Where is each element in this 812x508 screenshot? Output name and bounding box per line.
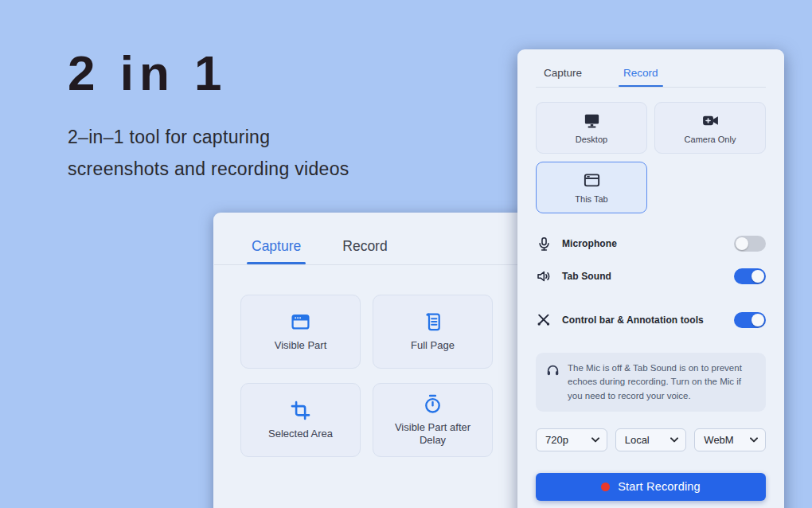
save-location-select[interactable]: Local bbox=[615, 428, 687, 451]
microphone-toggle[interactable] bbox=[734, 236, 766, 252]
tabs-divider bbox=[214, 264, 541, 265]
control-bar-annotation-toggle[interactable] bbox=[734, 312, 766, 328]
crop-icon bbox=[290, 400, 311, 421]
note-text: The Mic is off & Tab Sound is on to prev… bbox=[568, 361, 756, 403]
format-select[interactable]: WebM bbox=[694, 428, 766, 451]
tab-icon bbox=[583, 171, 601, 190]
visible-part-label: Visible Part bbox=[267, 339, 335, 352]
record-panel-tabs: Capture Record bbox=[536, 49, 766, 87]
control-bar-toggle-row: Control bar & Annotation tools bbox=[536, 311, 766, 328]
tab-sound-toggle-row: Tab Sound bbox=[536, 268, 766, 284]
selected-area-button[interactable]: Selected Area bbox=[240, 383, 361, 457]
hero-subtitle-line2: screenshots and recording videos bbox=[68, 154, 349, 186]
control-bar-annotation-label: Control bar & Annotation tools bbox=[562, 315, 704, 326]
mic-tab-sound-note: The Mic is off & Tab Sound is on to prev… bbox=[536, 353, 766, 412]
resolution-value: 720p bbox=[545, 434, 568, 446]
capture-options-grid: Visible Part Full Page bbox=[240, 295, 541, 457]
visible-part-button[interactable]: Visible Part bbox=[240, 295, 361, 369]
tab-capture[interactable]: Capture bbox=[252, 238, 301, 264]
capture-panel: Capture Record Visible Part bbox=[213, 213, 541, 508]
this-tab-source-button[interactable]: This Tab bbox=[536, 162, 647, 213]
this-tab-label: This Tab bbox=[575, 194, 607, 204]
start-recording-label: Start Recording bbox=[618, 480, 701, 493]
stopwatch-icon bbox=[422, 393, 443, 415]
hero-section: 2 in 1 2–in–1 tool for capturing screens… bbox=[68, 45, 349, 185]
record-dot-icon bbox=[601, 483, 610, 491]
visible-part-after-delay-button[interactable]: Visible Part after Delay bbox=[373, 383, 493, 457]
resolution-select[interactable]: 720p bbox=[536, 428, 607, 451]
chevron-down-icon bbox=[750, 437, 758, 443]
tab-sound-label: Tab Sound bbox=[562, 271, 611, 282]
desktop-label: Desktop bbox=[576, 135, 607, 144]
toggle-knob bbox=[751, 270, 764, 283]
browser-window-icon bbox=[290, 311, 311, 333]
tab-record[interactable]: Record bbox=[342, 238, 387, 264]
record-source-grid: Desktop Camera Only bbox=[536, 102, 766, 213]
hero-subtitle: 2–in–1 tool for capturing screenshots an… bbox=[68, 122, 349, 185]
tab-capture[interactable]: Capture bbox=[544, 67, 582, 87]
hero-title: 2 in 1 bbox=[68, 45, 349, 101]
speaker-icon bbox=[536, 268, 552, 284]
camera-only-label: Camera Only bbox=[685, 135, 736, 144]
microphone-toggle-row: Microphone bbox=[536, 236, 766, 252]
selected-area-label: Selected Area bbox=[260, 428, 341, 440]
save-location-value: Local bbox=[625, 434, 650, 446]
hero-subtitle-line1: 2–in–1 tool for capturing bbox=[68, 122, 349, 154]
desktop-source-button[interactable]: Desktop bbox=[536, 102, 647, 154]
headset-icon bbox=[545, 363, 560, 378]
chevron-down-icon bbox=[670, 437, 678, 443]
tabs-divider bbox=[536, 87, 766, 88]
chevron-down-icon bbox=[591, 437, 599, 443]
toggle-knob bbox=[751, 314, 764, 326]
tab-sound-toggle[interactable] bbox=[734, 268, 766, 284]
capture-panel-tabs: Capture Record bbox=[213, 213, 541, 264]
camera-icon bbox=[701, 111, 720, 130]
desktop-icon bbox=[583, 111, 601, 130]
full-page-button[interactable]: Full Page bbox=[373, 295, 493, 369]
microphone-label: Microphone bbox=[562, 238, 617, 249]
microphone-icon bbox=[536, 236, 552, 252]
tools-icon bbox=[536, 311, 552, 328]
full-page-label: Full Page bbox=[403, 339, 463, 352]
record-panel: Capture Record Desktop bbox=[517, 49, 784, 508]
full-page-icon bbox=[422, 311, 443, 333]
camera-only-source-button[interactable]: Camera Only bbox=[654, 102, 766, 154]
tab-record[interactable]: Record bbox=[623, 67, 658, 87]
start-recording-button[interactable]: Start Recording bbox=[536, 473, 766, 501]
recording-options-row: 720p Local WebM bbox=[536, 428, 766, 451]
format-value: WebM bbox=[704, 434, 733, 446]
toggle-knob bbox=[736, 237, 748, 250]
visible-part-after-delay-label: Visible Part after Delay bbox=[373, 421, 492, 447]
promo-screenshot: 2 in 1 2–in–1 tool for capturing screens… bbox=[0, 0, 812, 508]
